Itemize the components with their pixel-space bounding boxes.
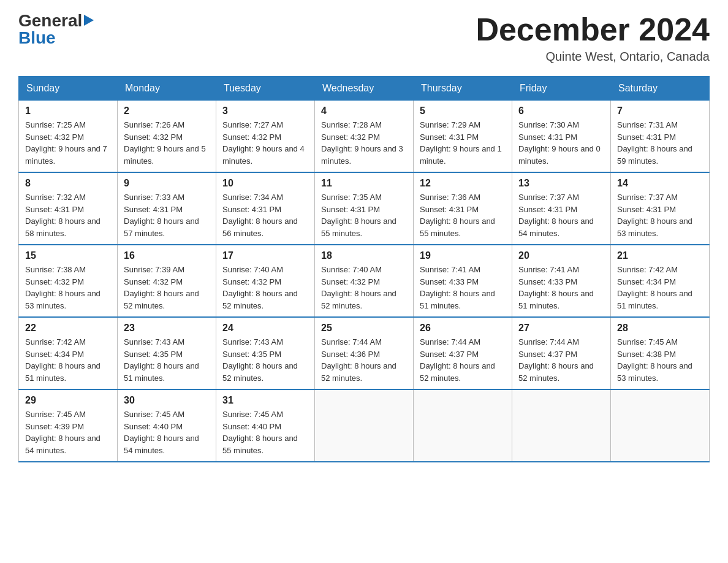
calendar-title: December 2024: [476, 12, 710, 47]
calendar-cell: 28 Sunrise: 7:45 AM Sunset: 4:38 PM Dayl…: [611, 317, 710, 389]
calendar-cell: 1 Sunrise: 7:25 AM Sunset: 4:32 PM Dayli…: [19, 101, 118, 173]
day-info: Sunrise: 7:45 AM Sunset: 4:40 PM Dayligh…: [124, 408, 210, 456]
logo-blue-text: Blue: [18, 29, 56, 47]
calendar-week-2: 8 Sunrise: 7:32 AM Sunset: 4:31 PM Dayli…: [19, 172, 710, 245]
day-info: Sunrise: 7:34 AM Sunset: 4:31 PM Dayligh…: [222, 191, 308, 239]
day-number: 6: [518, 105, 604, 117]
logo: General Blue: [18, 12, 94, 47]
day-number: 18: [321, 250, 407, 261]
day-info: Sunrise: 7:35 AM Sunset: 4:31 PM Dayligh…: [321, 191, 407, 239]
day-info: Sunrise: 7:41 AM Sunset: 4:33 PM Dayligh…: [518, 264, 604, 312]
col-monday: Monday: [118, 77, 216, 101]
day-info: Sunrise: 7:37 AM Sunset: 4:31 PM Dayligh…: [617, 191, 703, 239]
day-number: 29: [25, 395, 111, 406]
calendar-table: Sunday Monday Tuesday Wednesday Thursday…: [18, 76, 710, 462]
day-info: Sunrise: 7:33 AM Sunset: 4:31 PM Dayligh…: [124, 191, 210, 239]
day-info: Sunrise: 7:43 AM Sunset: 4:35 PM Dayligh…: [222, 336, 308, 384]
day-number: 1: [25, 105, 111, 117]
calendar-cell: 20 Sunrise: 7:41 AM Sunset: 4:33 PM Dayl…: [512, 245, 611, 317]
day-number: 14: [617, 178, 703, 189]
calendar-cell: 6 Sunrise: 7:30 AM Sunset: 4:31 PM Dayli…: [512, 101, 611, 173]
calendar-week-4: 22 Sunrise: 7:42 AM Sunset: 4:34 PM Dayl…: [19, 317, 710, 389]
calendar-week-5: 29 Sunrise: 7:45 AM Sunset: 4:39 PM Dayl…: [19, 389, 710, 462]
day-info: Sunrise: 7:44 AM Sunset: 4:37 PM Dayligh…: [518, 336, 604, 384]
day-number: 12: [420, 178, 506, 189]
day-info: Sunrise: 7:28 AM Sunset: 4:32 PM Dayligh…: [321, 119, 407, 167]
day-info: Sunrise: 7:44 AM Sunset: 4:37 PM Dayligh…: [420, 336, 506, 384]
calendar-cell: [414, 389, 512, 462]
calendar-cell: [611, 389, 710, 462]
calendar-cell: 13 Sunrise: 7:37 AM Sunset: 4:31 PM Dayl…: [512, 172, 611, 245]
day-info: Sunrise: 7:42 AM Sunset: 4:34 PM Dayligh…: [25, 336, 111, 384]
calendar-cell: 12 Sunrise: 7:36 AM Sunset: 4:31 PM Dayl…: [414, 172, 512, 245]
calendar-cell: 14 Sunrise: 7:37 AM Sunset: 4:31 PM Dayl…: [611, 172, 710, 245]
day-number: 11: [321, 178, 407, 189]
day-number: 16: [124, 250, 210, 261]
calendar-cell: 9 Sunrise: 7:33 AM Sunset: 4:31 PM Dayli…: [118, 172, 216, 245]
day-number: 17: [222, 250, 308, 261]
day-number: 22: [25, 323, 111, 334]
day-info: Sunrise: 7:26 AM Sunset: 4:32 PM Dayligh…: [124, 119, 210, 167]
day-number: 4: [321, 105, 407, 117]
day-info: Sunrise: 7:27 AM Sunset: 4:32 PM Dayligh…: [222, 119, 308, 167]
col-tuesday: Tuesday: [216, 77, 315, 101]
day-info: Sunrise: 7:40 AM Sunset: 4:32 PM Dayligh…: [222, 264, 308, 312]
logo-general-text: General: [18, 12, 82, 29]
calendar-cell: 16 Sunrise: 7:39 AM Sunset: 4:32 PM Dayl…: [118, 245, 216, 317]
calendar-cell: 17 Sunrise: 7:40 AM Sunset: 4:32 PM Dayl…: [216, 245, 315, 317]
col-saturday: Saturday: [611, 77, 710, 101]
day-number: 15: [25, 250, 111, 261]
calendar-cell: 25 Sunrise: 7:44 AM Sunset: 4:36 PM Dayl…: [315, 317, 414, 389]
day-number: 10: [222, 178, 308, 189]
calendar-cell: 19 Sunrise: 7:41 AM Sunset: 4:33 PM Dayl…: [414, 245, 512, 317]
col-wednesday: Wednesday: [315, 77, 414, 101]
calendar-cell: 24 Sunrise: 7:43 AM Sunset: 4:35 PM Dayl…: [216, 317, 315, 389]
day-info: Sunrise: 7:38 AM Sunset: 4:32 PM Dayligh…: [25, 264, 111, 312]
day-info: Sunrise: 7:44 AM Sunset: 4:36 PM Dayligh…: [321, 336, 407, 384]
day-info: Sunrise: 7:30 AM Sunset: 4:31 PM Dayligh…: [518, 119, 604, 167]
col-friday: Friday: [512, 77, 611, 101]
calendar-cell: 27 Sunrise: 7:44 AM Sunset: 4:37 PM Dayl…: [512, 317, 611, 389]
calendar-cell: [315, 389, 414, 462]
day-info: Sunrise: 7:31 AM Sunset: 4:31 PM Dayligh…: [617, 119, 703, 167]
day-info: Sunrise: 7:36 AM Sunset: 4:31 PM Dayligh…: [420, 191, 506, 239]
calendar-cell: 5 Sunrise: 7:29 AM Sunset: 4:31 PM Dayli…: [414, 101, 512, 173]
day-info: Sunrise: 7:40 AM Sunset: 4:32 PM Dayligh…: [321, 264, 407, 312]
day-info: Sunrise: 7:29 AM Sunset: 4:31 PM Dayligh…: [420, 119, 506, 167]
day-number: 23: [124, 323, 210, 334]
day-number: 2: [124, 105, 210, 117]
day-number: 24: [222, 323, 308, 334]
calendar-week-3: 15 Sunrise: 7:38 AM Sunset: 4:32 PM Dayl…: [19, 245, 710, 317]
day-number: 5: [420, 105, 506, 117]
title-area: December 2024 Quinte West, Ontario, Cana…: [476, 12, 710, 64]
day-number: 30: [124, 395, 210, 406]
calendar-cell: 31 Sunrise: 7:45 AM Sunset: 4:40 PM Dayl…: [216, 389, 315, 462]
calendar-cell: 3 Sunrise: 7:27 AM Sunset: 4:32 PM Dayli…: [216, 101, 315, 173]
day-number: 25: [321, 323, 407, 334]
day-number: 19: [420, 250, 506, 261]
calendar-cell: 26 Sunrise: 7:44 AM Sunset: 4:37 PM Dayl…: [414, 317, 512, 389]
day-info: Sunrise: 7:45 AM Sunset: 4:38 PM Dayligh…: [617, 336, 703, 384]
day-number: 8: [25, 178, 111, 189]
header-row: Sunday Monday Tuesday Wednesday Thursday…: [19, 77, 710, 101]
day-info: Sunrise: 7:42 AM Sunset: 4:34 PM Dayligh…: [617, 264, 703, 312]
calendar-cell: 29 Sunrise: 7:45 AM Sunset: 4:39 PM Dayl…: [19, 389, 118, 462]
day-number: 13: [518, 178, 604, 189]
calendar-cell: 8 Sunrise: 7:32 AM Sunset: 4:31 PM Dayli…: [19, 172, 118, 245]
logo-triangle-icon: [84, 15, 94, 26]
calendar-cell: 7 Sunrise: 7:31 AM Sunset: 4:31 PM Dayli…: [611, 101, 710, 173]
page-header: General Blue December 2024 Quinte West, …: [18, 12, 710, 64]
day-info: Sunrise: 7:43 AM Sunset: 4:35 PM Dayligh…: [124, 336, 210, 384]
day-info: Sunrise: 7:32 AM Sunset: 4:31 PM Dayligh…: [25, 191, 111, 239]
day-number: 31: [222, 395, 308, 406]
calendar-body: 1 Sunrise: 7:25 AM Sunset: 4:32 PM Dayli…: [19, 101, 710, 462]
calendar-cell: 15 Sunrise: 7:38 AM Sunset: 4:32 PM Dayl…: [19, 245, 118, 317]
calendar-cell: 11 Sunrise: 7:35 AM Sunset: 4:31 PM Dayl…: [315, 172, 414, 245]
day-number: 26: [420, 323, 506, 334]
day-number: 9: [124, 178, 210, 189]
day-number: 28: [617, 323, 703, 334]
day-info: Sunrise: 7:25 AM Sunset: 4:32 PM Dayligh…: [25, 119, 111, 167]
calendar-subtitle: Quinte West, Ontario, Canada: [476, 50, 710, 64]
calendar-cell: 18 Sunrise: 7:40 AM Sunset: 4:32 PM Dayl…: [315, 245, 414, 317]
calendar-cell: 10 Sunrise: 7:34 AM Sunset: 4:31 PM Dayl…: [216, 172, 315, 245]
